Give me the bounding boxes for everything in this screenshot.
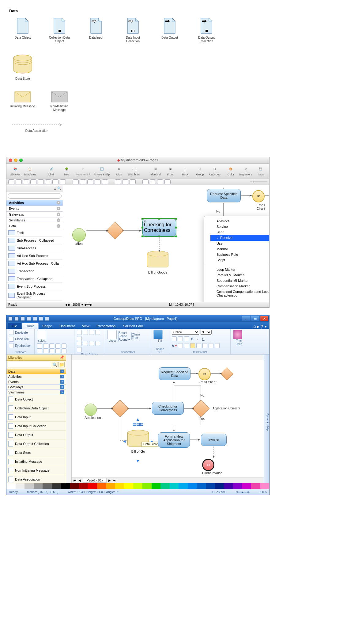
tool-icon[interactable] (30, 179, 36, 184)
category-activities[interactable]: Activities× (6, 200, 63, 206)
search-icon[interactable]: 🔍 (57, 186, 62, 190)
close-button[interactable]: ✕ (260, 316, 269, 321)
win-category-gateways[interactable]: Gateways× (6, 385, 66, 390)
tool-icon[interactable] (115, 179, 121, 184)
page-next[interactable]: ▶ (108, 479, 111, 482)
shape-data-output-collection[interactable]: Data Output Collection (193, 17, 220, 43)
category-data[interactable]: Data× (6, 223, 63, 229)
tab-document[interactable]: Document (56, 323, 78, 329)
category-gateways[interactable]: Gateways× (6, 212, 63, 217)
tool-icon[interactable] (23, 179, 29, 184)
menu-item[interactable]: Manual (210, 246, 269, 252)
duplicate-icon[interactable] (9, 330, 14, 335)
bold-button[interactable]: B (190, 337, 194, 341)
pin-icon[interactable]: 📌 (60, 355, 64, 359)
tab-file[interactable]: File (8, 323, 21, 329)
win-library-item[interactable]: Collection Data Object (6, 404, 66, 413)
node-gateway[interactable] (222, 369, 232, 378)
mac-titlebar[interactable]: ◆ My diagram.cdd – Page1 (6, 157, 269, 164)
shape-data-object[interactable]: Data Object (9, 17, 36, 43)
shape-data-input[interactable]: Data Input (83, 17, 110, 43)
tool-icon[interactable] (142, 179, 149, 184)
node-check[interactable]: Checking for Correctness (152, 402, 184, 415)
tool-icon[interactable] (52, 179, 58, 184)
minimize-button[interactable]: – (242, 316, 250, 321)
text-style-icon[interactable] (233, 330, 242, 339)
menu-item[interactable]: Business Rule (210, 252, 269, 257)
tb-libraries[interactable]: 📚Libraries (8, 165, 22, 176)
win-library-item[interactable]: Data Output Collection (6, 439, 66, 448)
tb-distribute[interactable]: ⋮⋮Distribute (127, 165, 141, 176)
select-icon[interactable] (37, 330, 46, 339)
tb-tree[interactable]: 🌳Tree (60, 165, 73, 176)
tab-view[interactable]: View (78, 323, 93, 329)
page-prev[interactable]: ⏮ (74, 479, 77, 482)
node-gateway[interactable] (109, 224, 121, 237)
size-select[interactable]: 9 (201, 330, 212, 335)
win-category-activities[interactable]: Activities× (6, 374, 66, 379)
win-library-item[interactable]: Data Input Collection (6, 422, 66, 431)
diagram-canvas[interactable]: Request Specified Data ✉ Email Client No… (63, 185, 269, 302)
tb-ungroup[interactable]: ⊟UnGroup (208, 165, 221, 176)
tb-reverse-link[interactable]: ↩Reverse link (74, 165, 92, 176)
tab-solution-park[interactable]: Solution Park (119, 323, 146, 329)
tool-icon[interactable] (87, 179, 93, 184)
win-library-search[interactable] (8, 362, 51, 367)
library-item[interactable]: Call Activity (6, 301, 63, 302)
win-library-item[interactable]: Non-Initiating Message (6, 466, 66, 475)
library-item[interactable]: Sub-Process (6, 244, 63, 252)
qat-icon[interactable] (14, 316, 19, 321)
tab-presentation[interactable]: Presentation (93, 323, 119, 329)
node-invoice[interactable]: Invoice (201, 434, 227, 446)
win-category-data[interactable]: Data× (6, 369, 66, 374)
menu-item[interactable]: Abstract (210, 218, 269, 224)
color-palette[interactable] (6, 483, 269, 489)
tb-save[interactable]: 💾Save (254, 165, 267, 176)
tb-rotate-flip[interactable]: 🔄Rotate & Flip (93, 165, 111, 176)
page-next[interactable]: ⏭ (113, 479, 116, 482)
library-item[interactable]: Task (6, 229, 63, 237)
library-item[interactable]: Event Sub-Process (6, 283, 63, 290)
menu-item[interactable]: Combined Compensation and Loop Character… (210, 289, 269, 298)
menu-item[interactable]: ✓ Receive (210, 235, 269, 241)
selection[interactable]: ✉ Checking for Correctness (142, 218, 176, 237)
shape-non-initiating-message[interactable]: Non-Initiating Message (46, 91, 73, 112)
eyedropper-icon[interactable] (9, 343, 14, 348)
list-view-icon[interactable]: ≡ (54, 187, 56, 190)
menu-item[interactable]: Parallel MI Marker (210, 272, 269, 278)
search-button[interactable]: 🔍 (52, 362, 58, 367)
dynamic-help-dock[interactable]: Dynamic Help (264, 355, 269, 483)
win-category-swimlanes[interactable]: Swimlanes× (6, 390, 66, 395)
library-item[interactable]: Ad Hoc Sub-Process - Colla (6, 260, 63, 267)
shape-data-output[interactable]: Data Output (156, 17, 183, 43)
library-item[interactable]: Transaction - Collapsed (6, 275, 63, 283)
category-swimlanes[interactable]: Swimlanes× (6, 217, 63, 223)
node-gateway-2[interactable] (114, 402, 126, 415)
node-form[interactable]: Form a New Application for Shipment (158, 432, 190, 448)
tool-icon[interactable] (95, 179, 101, 184)
tb-chain[interactable]: 🔗Chain (45, 165, 58, 176)
tb-color[interactable]: 🎨Color (224, 165, 238, 176)
tool-icon[interactable] (102, 179, 108, 184)
tb-inspectors[interactable]: ⚙Inspectors (239, 165, 252, 176)
tb-back[interactable]: ▢Back (178, 165, 192, 176)
library-item[interactable]: Ad Hoc Sub-Process (6, 252, 63, 260)
menu-item[interactable]: Send (210, 229, 269, 235)
tool-icon[interactable] (150, 179, 156, 184)
underline-button[interactable]: U (201, 337, 205, 341)
menu-item[interactable]: Loop Marker (210, 267, 269, 272)
node-request[interactable]: Request Specified Data (207, 189, 241, 202)
tb-front[interactable]: ▣Front (164, 165, 177, 176)
direct-icon[interactable] (107, 330, 117, 339)
win-library-item[interactable]: Data Association (6, 475, 66, 484)
shape-data-store[interactable]: Data Store (9, 54, 36, 81)
font-select[interactable]: Calibri (172, 330, 199, 335)
shape-data-input-collection[interactable]: Data Input Collection (119, 17, 146, 43)
qat-icon[interactable] (45, 316, 49, 321)
zoom-value[interactable]: 100% (73, 303, 81, 306)
menu-item[interactable]: Compensation Marker (210, 283, 269, 289)
tool-icon[interactable] (60, 179, 66, 184)
qat-icon[interactable] (21, 316, 25, 321)
win-library-item[interactable]: Data Object (6, 395, 66, 404)
tool-icon[interactable] (45, 179, 51, 184)
